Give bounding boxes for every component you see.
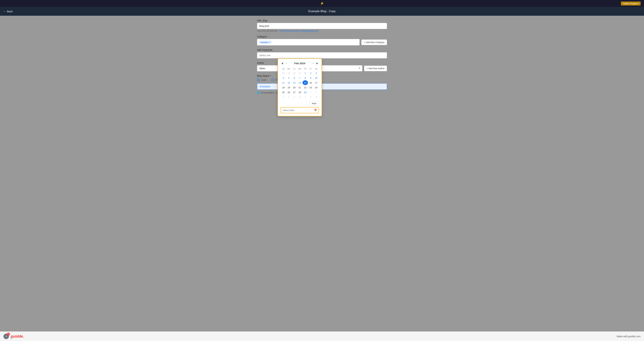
category-select[interactable]: Updates ×: [257, 39, 360, 45]
cal-day[interactable]: 11: [280, 80, 286, 85]
timezone-row: 🌐 America/New_York: [257, 91, 387, 94]
radio-published[interactable]: [272, 79, 274, 81]
cal-day[interactable]: 15: [302, 80, 308, 85]
calendar-popup: ◀ ‹ Feb 2024 › ▶ Su Mo Tu We Th Fr Sa: [278, 58, 322, 116]
radio-draft[interactable]: [257, 79, 260, 81]
cal-week-row: 11121314151617: [280, 80, 319, 85]
cal-day[interactable]: 27: [292, 90, 297, 95]
cal-day[interactable]: 8: [302, 75, 308, 80]
cal-day[interactable]: 5: [292, 95, 297, 99]
cal-day[interactable]: 4: [280, 75, 286, 80]
cal-day[interactable]: 1: [308, 90, 314, 95]
now-button[interactable]: Now: [309, 101, 319, 106]
cal-day[interactable]: 24: [314, 85, 319, 90]
cal-day[interactable]: 2: [308, 71, 314, 75]
author-row: Alpas + Add New Author: [257, 65, 387, 71]
cal-day[interactable]: 21: [297, 85, 302, 90]
bottom-bar: G 32 guidde. Made with guidde.com: [0, 332, 644, 341]
add-category-button[interactable]: + Add New Category: [361, 39, 387, 45]
cal-day[interactable]: 31: [297, 71, 302, 75]
cal-day[interactable]: 14: [297, 80, 302, 85]
col-th: Th: [302, 67, 308, 71]
cal-day[interactable]: 2: [314, 90, 319, 95]
cal-day[interactable]: 17: [314, 80, 319, 85]
cal-week-row: 252627282912: [280, 90, 319, 95]
calendar-icon: 📅: [314, 109, 317, 112]
status-draft-label: Draft: [261, 79, 266, 81]
calendar-header: ◀ ‹ Feb 2024 › ▶: [280, 61, 319, 65]
url-slug-label: URL Slug: [257, 19, 387, 22]
col-sa: Sa: [314, 67, 319, 71]
cal-day[interactable]: 12: [286, 80, 292, 85]
blog-status-label: Blog Status *: [257, 74, 387, 77]
cal-day[interactable]: 9: [314, 95, 319, 99]
col-mo: Mo: [286, 67, 292, 71]
cal-day[interactable]: 3: [280, 95, 286, 99]
cal-day[interactable]: 6: [297, 95, 302, 99]
cal-day[interactable]: 5: [286, 75, 292, 80]
cal-day[interactable]: 22: [302, 85, 308, 90]
cal-day[interactable]: 16: [308, 80, 314, 85]
keywords-section: Add Keywords: [257, 48, 387, 58]
category-label: Category *: [257, 35, 387, 38]
category-tag-close[interactable]: ×: [269, 41, 270, 43]
cal-day[interactable]: 13: [292, 80, 297, 85]
cal-day[interactable]: 23: [308, 85, 314, 90]
main-content: URL Slug Your URL will look like: – http…: [0, 16, 644, 333]
notification-badge: 32: [7, 333, 10, 336]
url-slug-input[interactable]: [257, 23, 387, 29]
cal-day[interactable]: 20: [292, 85, 297, 90]
col-tu: Tu: [292, 67, 297, 71]
category-row: Updates × + Add New Category: [257, 39, 387, 45]
cal-day[interactable]: 7: [302, 95, 308, 99]
cal-day[interactable]: 6: [292, 75, 297, 80]
top-bar: ⚡ topline Support: [0, 0, 644, 7]
cal-day[interactable]: 1: [302, 71, 308, 75]
category-section: Category * Updates × + Add New Category: [257, 35, 387, 45]
url-link[interactable]: https://www.example.com/blog/b/blog-post: [280, 30, 318, 32]
cal-day[interactable]: 28: [280, 71, 286, 75]
cal-day[interactable]: 18: [280, 85, 286, 90]
footer-tagline: Made with guidde.com: [617, 335, 640, 338]
blog-status-required: *: [270, 74, 271, 77]
keywords-label: Add Keywords: [257, 48, 387, 51]
cal-day[interactable]: 4: [286, 95, 292, 99]
col-we: We: [297, 67, 302, 71]
cal-next-button[interactable]: ›: [312, 61, 314, 65]
cal-day[interactable]: 9: [308, 75, 314, 80]
author-label: Author: [257, 61, 387, 64]
support-button[interactable]: topline Support: [621, 1, 640, 5]
url-hint: Your URL will look like: – https://www.e…: [257, 30, 387, 32]
status-options-row: Draft Published Scheduled: [257, 79, 387, 81]
status-draft[interactable]: Draft: [257, 79, 266, 81]
cal-next-next-button[interactable]: ▶: [316, 61, 319, 65]
cal-day[interactable]: 29: [302, 90, 308, 95]
back-button[interactable]: ← Back: [4, 10, 13, 13]
cal-day[interactable]: 29: [286, 71, 292, 75]
calendar-container: ◀ ‹ Feb 2024 › ▶ Su Mo Tu We Th Fr Sa: [278, 58, 322, 116]
avatar-wrap: G 32: [4, 334, 9, 339]
cal-day[interactable]: 10: [314, 75, 319, 80]
back-arrow-icon: ←: [4, 10, 6, 13]
guidde-logo: guidde.: [10, 334, 24, 339]
keywords-input[interactable]: [257, 52, 387, 58]
cal-day[interactable]: 30: [292, 71, 297, 75]
cal-day[interactable]: 28: [297, 90, 302, 95]
cal-day[interactable]: 19: [286, 85, 292, 90]
cal-prev-button[interactable]: ‹: [285, 61, 288, 65]
cal-day[interactable]: 3: [314, 71, 319, 75]
cal-prev-prev-button[interactable]: ◀: [280, 61, 284, 65]
schedule-hint: Scheduled: [257, 83, 387, 90]
cal-day[interactable]: 8: [308, 95, 314, 99]
page-title: Example Blog - Copy: [308, 9, 336, 13]
cal-days-header: Su Mo Tu We Th Fr Sa: [280, 67, 319, 71]
add-author-button[interactable]: + Add New Author: [364, 66, 387, 71]
cal-day[interactable]: 25: [280, 90, 286, 95]
date-input[interactable]: [283, 109, 314, 112]
author-section: Author Alpas + Add New Author: [257, 61, 387, 71]
url-slug-section: URL Slug Your URL will look like: – http…: [257, 19, 387, 32]
cal-day[interactable]: 26: [286, 90, 292, 95]
timezone-value: America/New_York: [261, 91, 280, 94]
cal-day[interactable]: 7: [297, 75, 302, 80]
nav-bar: ← Back Example Blog - Copy: [0, 7, 644, 16]
